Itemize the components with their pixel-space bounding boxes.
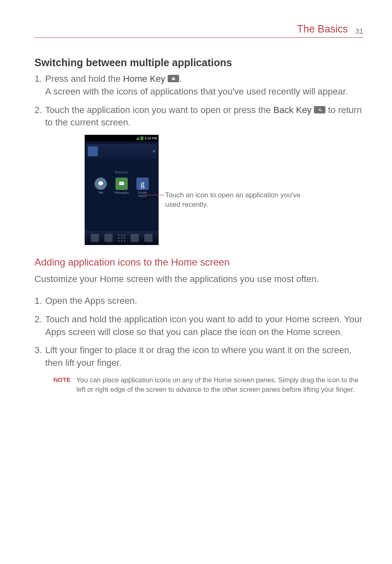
s2-step-3: Lift your finger to place it or drag the… — [35, 344, 363, 370]
home-key-icon — [168, 75, 179, 82]
dock-phone-icon — [91, 234, 99, 242]
back-key-icon — [314, 106, 325, 113]
google-search-icon: g — [136, 178, 149, 190]
dock-bar — [85, 231, 159, 245]
messaging-label: Messaging — [113, 191, 131, 194]
section-heading-switching: Switching between multiple applications — [35, 57, 363, 69]
battery-icon — [141, 136, 143, 140]
messaging-icon — [115, 178, 128, 190]
callout-line — [146, 195, 164, 195]
step-1-text-b: . — [179, 74, 182, 84]
steps-list-2: Open the Apps screen. Touch and hold the… — [35, 295, 363, 370]
note-block: NOTE You can place application icons on … — [35, 375, 363, 394]
dock-messaging-icon — [131, 234, 139, 242]
step-2: Touch the application icon you want to o… — [35, 104, 363, 129]
talk-icon — [95, 178, 107, 190]
section2-intro: Customize your Home screen with the appl… — [35, 273, 363, 286]
dock-contacts-icon — [104, 234, 113, 242]
widget-mic-icon — [153, 150, 155, 153]
page-number: 31 — [355, 28, 363, 35]
status-bar: 3:29 PM — [85, 135, 159, 141]
dock-apps-icon — [118, 234, 125, 242]
home-key-label: Home Key — [123, 74, 166, 84]
recent-app-messaging: Messaging — [113, 178, 131, 197]
step-1-text-a: Press and hold the — [45, 74, 123, 84]
s2-step-1: Open the Apps screen. — [35, 295, 363, 307]
callout-text: Touch an icon to open an application you… — [165, 191, 313, 210]
section-heading-adding: Adding application icons to the Home scr… — [35, 257, 363, 268]
document-page: The Basics 31 Switching between multiple… — [0, 0, 392, 394]
page-header: The Basics 31 — [35, 23, 363, 38]
google-label: Google Search — [134, 191, 152, 197]
back-key-label: Back Key — [273, 105, 311, 115]
chapter-title: The Basics — [297, 23, 348, 35]
recent-app-talk: Talk — [92, 178, 110, 197]
phone-screenshot: 3:29 PM Recent Talk Messaging — [85, 135, 159, 245]
widget-icon — [88, 146, 98, 156]
recent-label: Recent — [85, 170, 159, 174]
step-2-text-a: Touch the application icon you want to o… — [45, 105, 273, 115]
search-widget — [86, 144, 157, 159]
s2-step-2: Touch and hold the application icon you … — [35, 313, 363, 339]
svg-rect-1 — [119, 182, 124, 185]
steps-list-1: Press and hold the Home Key . A screen w… — [35, 73, 363, 129]
signal-icon — [135, 136, 139, 140]
talk-label: Talk — [92, 191, 110, 194]
dock-browser-icon — [144, 234, 152, 242]
screenshot-figure: 3:29 PM Recent Talk Messaging — [85, 135, 363, 245]
svg-point-0 — [98, 181, 103, 185]
step-1: Press and hold the Home Key . A screen w… — [35, 73, 363, 98]
note-label: NOTE — [53, 375, 71, 384]
note-text: You can place application icons on any o… — [76, 376, 358, 393]
step-1-desc: A screen with the icons of applications … — [45, 86, 348, 97]
status-clock: 3:29 PM — [145, 136, 157, 140]
recent-apps-row: Talk Messaging g Google Search — [85, 174, 159, 197]
